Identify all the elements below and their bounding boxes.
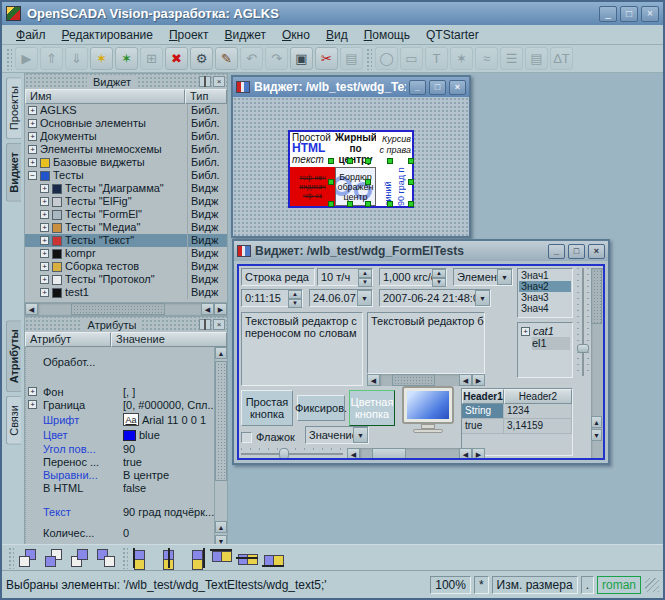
selection-handle[interactable]: [408, 158, 414, 164]
tree-expander-icon[interactable]: +: [40, 210, 49, 219]
attributes-panel-titlebar[interactable]: Атрибуты ×: [25, 317, 227, 332]
simple-button[interactable]: Простая кнопка: [241, 390, 293, 426]
nowrap-text-editor[interactable]: Текстовый редактор без пер: [367, 312, 485, 374]
selection-handle[interactable]: [365, 158, 371, 164]
fixed-button[interactable]: Фиксиров.: [297, 395, 345, 421]
copy-icon[interactable]: ▣: [290, 47, 313, 70]
attribute-row[interactable]: +Перенос ...true: [26, 455, 214, 468]
selection-handle[interactable]: [387, 158, 393, 164]
attribute-value[interactable]: 90 град подчёрк...: [123, 506, 214, 518]
new-visual-item-icon[interactable]: ✶: [90, 47, 113, 70]
tree-row[interactable]: +Тесты "Протокол"Видж: [25, 273, 227, 286]
tree-row[interactable]: +Тесты "Медиа"Видж: [25, 221, 227, 234]
tree-expander-icon[interactable]: +: [40, 197, 49, 206]
table-cell[interactable]: true: [462, 419, 504, 433]
tree-row[interactable]: +Базовые виджетыБибл.: [25, 156, 227, 169]
tree-expander-icon[interactable]: +: [40, 236, 49, 245]
column-name[interactable]: Имя: [25, 89, 185, 104]
horizontal-slider[interactable]: [241, 448, 343, 460]
table-header-cell[interactable]: Header2: [504, 389, 572, 404]
menu-item-Окно[interactable]: Окно: [274, 26, 318, 44]
color-swatch[interactable]: [123, 430, 136, 441]
close-panel-icon[interactable]: ×: [213, 319, 225, 330]
attribute-value[interactable]: 0: [123, 527, 214, 539]
tree-expander-icon[interactable]: +: [28, 119, 37, 128]
attribute-value[interactable]: false: [123, 482, 214, 494]
text-test-widget[interactable]: Простой HTML текст Жирный по центру Курс…: [288, 130, 414, 208]
slider-handle[interactable]: [279, 448, 289, 460]
scroll-up-icon[interactable]: ▲: [591, 416, 602, 428]
align-left-icon[interactable]: [131, 547, 155, 569]
scroll-right-icon[interactable]: ▶: [472, 448, 485, 460]
tree-expander-icon[interactable]: +: [40, 223, 49, 232]
tree-row[interactable]: +Тесты "ElFig"Видж: [25, 195, 227, 208]
tree-row[interactable]: el1: [520, 337, 570, 349]
time-spinbox[interactable]: 0:11:15 ▲▼: [241, 289, 303, 307]
attribute-value[interactable]: [, ]: [123, 386, 214, 398]
table-row[interactable]: String1234: [462, 404, 572, 419]
float-panel-icon[interactable]: [199, 76, 211, 87]
tree-row[interactable]: +komprВидж: [25, 247, 227, 260]
tree-expander-icon[interactable]: +: [28, 145, 37, 154]
scroll-left-icon[interactable]: ◀: [25, 303, 38, 315]
tree-hscrollbar[interactable]: ◀ ◀ ▶: [25, 302, 227, 315]
column-type[interactable]: Тип: [185, 89, 227, 104]
resize-grip[interactable]: [645, 578, 659, 592]
tree-expander-icon[interactable]: +: [521, 327, 530, 336]
values-listbox[interactable]: Знач1Знач2Знач3Знач4: [517, 268, 573, 318]
tree-row[interactable]: +cat1: [520, 325, 570, 337]
scroll-left-icon[interactable]: ◀: [459, 374, 472, 386]
align-right-icon[interactable]: [183, 547, 207, 569]
tree-row[interactable]: +AGLKSБибл.: [25, 104, 227, 117]
attribute-row[interactable]: +Граница[0, #000000, Спл...: [26, 398, 214, 411]
attribute-row[interactable]: +ШрифтAaArial 11 0 0 1: [26, 411, 214, 428]
attribute-row[interactable]: +Угол пов...90: [26, 442, 214, 455]
attribute-row[interactable]: +Количес...0: [26, 526, 214, 539]
tree-expander-icon[interactable]: +: [40, 275, 49, 284]
attribute-value[interactable]: blue: [123, 429, 214, 441]
table-cell[interactable]: 3,14159: [504, 419, 572, 433]
scroll-left-icon[interactable]: ◀: [347, 448, 360, 460]
tree-row[interactable]: +Элементы мнемосхемыБибл.: [25, 143, 227, 156]
scroll-down-icon[interactable]: ▼: [591, 429, 602, 441]
menu-item-Редактирование[interactable]: Редактирование: [54, 26, 161, 44]
selection-handle[interactable]: [328, 201, 334, 207]
attribute-row[interactable]: +В HTMLfalse: [26, 481, 214, 494]
table-cell[interactable]: 1234: [504, 404, 572, 418]
slider-handle[interactable]: [577, 344, 589, 353]
sidebar-tab-Проекты[interactable]: Проекты: [6, 77, 21, 139]
selection-handle[interactable]: [387, 201, 393, 207]
menu-item-Помощь[interactable]: Помощь: [356, 26, 418, 44]
selection-handle[interactable]: [365, 201, 371, 207]
flow-spinbox[interactable]: 10 т/ч ▲▼: [317, 268, 373, 286]
attribute-value[interactable]: 90: [123, 443, 214, 455]
tree-row[interactable]: +Сборка тестовВидж: [25, 260, 227, 273]
close-button[interactable]: ×: [588, 244, 605, 259]
align-top-icon[interactable]: [209, 547, 233, 569]
edit-item-icon[interactable]: ✎: [215, 47, 238, 70]
formel-tests-window[interactable]: Виджет: /wlb_test/wdg_FormElTests _ □ × …: [232, 239, 610, 465]
menu-item-Проект[interactable]: Проект: [161, 26, 217, 44]
cut-icon[interactable]: ✂: [315, 47, 338, 70]
list-item[interactable]: Знач2: [519, 281, 571, 292]
scroll-right-icon[interactable]: ▶: [214, 303, 227, 315]
close-button[interactable]: ×: [449, 80, 466, 95]
line-edit[interactable]: Строка реда: [241, 268, 315, 286]
tree-expander-icon[interactable]: −: [28, 171, 37, 180]
attributes-vscrollbar[interactable]: ▲ ▲ ▼: [214, 347, 227, 547]
selection-handle[interactable]: [328, 158, 334, 164]
scroll-left-icon[interactable]: ◀: [459, 448, 472, 460]
scroll-up-icon[interactable]: ▲: [215, 347, 227, 359]
scroll-left-icon[interactable]: ◀: [367, 374, 380, 386]
vertical-slider[interactable]: [577, 268, 589, 376]
checkbox-row[interactable]: Флажок: [241, 430, 303, 444]
selection-handle[interactable]: [347, 201, 353, 207]
minimize-button[interactable]: _: [599, 6, 617, 22]
sidebar-tab-Атрибуты[interactable]: Атрибуты: [6, 320, 21, 392]
element-combobox[interactable]: Элемент ▼: [453, 268, 513, 286]
widget-panel-titlebar[interactable]: Виджет ×: [25, 74, 227, 89]
attribute-value[interactable]: В центре: [123, 469, 214, 481]
tree-expander-icon[interactable]: +: [40, 249, 49, 258]
form-hscrollbar[interactable]: ◀ ◀ ▶: [347, 448, 485, 460]
tree-row[interactable]: +ДокументыБибл.: [25, 130, 227, 143]
